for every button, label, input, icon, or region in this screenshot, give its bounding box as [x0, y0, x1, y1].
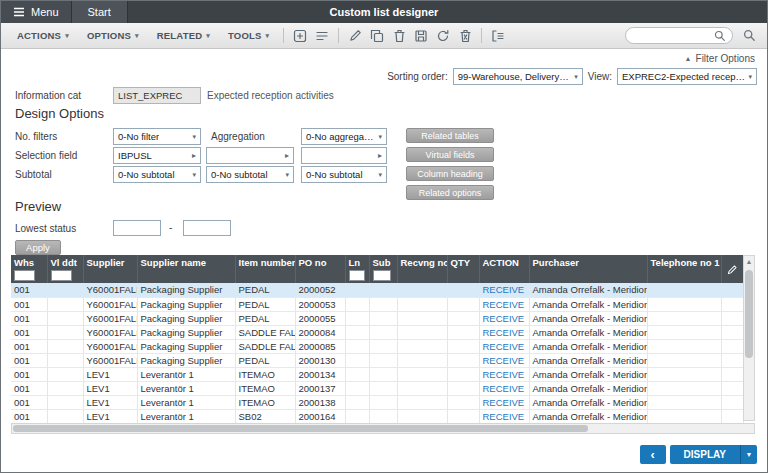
subtotal-select-1[interactable]: 0-No subtotal ▾: [113, 166, 201, 183]
receive-action-link[interactable]: RECEIVE: [483, 355, 525, 366]
column-filter-whs[interactable]: [14, 270, 35, 281]
menu-button[interactable]: Menu: [1, 1, 72, 23]
table-row[interactable]: 001Y60001FALKPackaging SupplierPEDAL2000…: [11, 297, 743, 311]
delete-button[interactable]: [389, 26, 409, 46]
column-header-vl-ddt[interactable]: Vl ddt: [47, 255, 83, 283]
table-row[interactable]: 001Y60001FALKPackaging SupplierSADDLE FA…: [11, 339, 743, 353]
add-button[interactable]: [290, 26, 310, 46]
column-filter-sub[interactable]: [373, 270, 391, 281]
menu-actions[interactable]: ACTIONS▾: [9, 30, 77, 41]
table-row[interactable]: 001LEV1Leverantör 1SB022000164RECEIVEAma…: [11, 409, 743, 423]
table-row[interactable]: 001Y60001FALKPackaging SupplierSADDLE FA…: [11, 325, 743, 339]
cell-qty: [447, 325, 479, 339]
copy-button[interactable]: [367, 26, 387, 46]
column-header-sub[interactable]: Sub: [369, 255, 397, 283]
menu-tools[interactable]: TOOLS▾: [220, 30, 277, 41]
browse-arrow-icon[interactable]: ▸: [378, 151, 382, 160]
display-dropdown-button[interactable]: ▼: [740, 445, 757, 464]
column-header-telephone-no-1[interactable]: Telephone no 1: [647, 255, 721, 283]
receive-action-link[interactable]: RECEIVE: [483, 341, 525, 352]
virtual-fields-button[interactable]: Virtual fields: [406, 147, 494, 162]
related-options-button[interactable]: Related options: [406, 185, 494, 200]
select-rows-button[interactable]: [312, 26, 332, 46]
column-filter-ln[interactable]: [349, 270, 365, 281]
receive-action-link[interactable]: RECEIVE: [483, 397, 525, 408]
table-row[interactable]: 001Y60001FALKPackaging SupplierPEDAL2000…: [11, 353, 743, 367]
subtotal-select-2[interactable]: 0-No subtotal ▾: [206, 166, 294, 183]
lowest-status-to-input[interactable]: [183, 220, 231, 236]
browse-arrow-icon[interactable]: ▸: [192, 151, 196, 160]
receive-action-link[interactable]: RECEIVE: [483, 327, 525, 338]
table-row[interactable]: 001Y60001FALKPackaging SupplierPEDAL2000…: [11, 283, 743, 297]
subtotal-select-3[interactable]: 0-No subtotal ▾: [301, 166, 387, 183]
horizontal-scrollbar[interactable]: [11, 423, 755, 434]
cell-supplier_name: Leverantör 1: [137, 395, 235, 409]
related-tables-button[interactable]: Related tables: [406, 128, 494, 143]
view-select[interactable]: EXPREC2-Expected recept action ▾: [617, 68, 757, 85]
table-row[interactable]: 001LEV1Leverantör 1ITEMAO2000138RECEIVEA…: [11, 395, 743, 409]
column-header-ln[interactable]: Ln: [345, 255, 369, 283]
column-header-recvng-no[interactable]: Recvng no: [397, 255, 447, 283]
edit-column-header[interactable]: [721, 255, 743, 283]
receive-action-link[interactable]: RECEIVE: [483, 284, 525, 295]
vertical-scroll-thumb[interactable]: [745, 270, 753, 358]
cell-edit: [721, 353, 743, 367]
advanced-search-button[interactable]: [739, 26, 759, 46]
selection-field-2[interactable]: ▸: [206, 147, 294, 164]
cell-vl_ddt: [47, 297, 83, 311]
receive-action-link[interactable]: RECEIVE: [483, 369, 525, 380]
column-header-whs[interactable]: Whs: [11, 255, 47, 283]
column-header-supplier-name[interactable]: Supplier name: [137, 255, 235, 283]
search-input[interactable]: [632, 30, 710, 41]
selection-field-3[interactable]: ▸: [301, 147, 387, 164]
column-header-qty[interactable]: QTY: [447, 255, 479, 283]
menu-related[interactable]: RELATED▾: [149, 30, 218, 41]
horizontal-scroll-thumb[interactable]: [13, 425, 588, 432]
table-row[interactable]: 001LEV1Leverantör 1ITEMAO2000134RECEIVEA…: [11, 367, 743, 381]
back-button[interactable]: ‹: [640, 445, 666, 464]
cell-whs: 001: [11, 297, 47, 311]
clear-button[interactable]: [455, 26, 475, 46]
aggregation-select[interactable]: 0-No aggregation ▾: [301, 128, 387, 145]
display-split-button[interactable]: DISPLAY ▼: [670, 445, 757, 464]
refresh-icon: [436, 29, 450, 43]
cell-purchaser: Amanda Orrefalk - Meridion: [529, 339, 647, 353]
column-header-purchaser[interactable]: Purchaser: [529, 255, 647, 283]
cell-po_no: 2000130: [295, 353, 345, 367]
cell-supplier_name: Packaging Supplier: [137, 339, 235, 353]
table-row[interactable]: 001LEV1Leverantör 1ITEMAO2000137RECEIVEA…: [11, 381, 743, 395]
browse-arrow-icon[interactable]: ▸: [285, 151, 289, 160]
tab-start[interactable]: Start: [72, 1, 128, 23]
cell-po_no: 2000084: [295, 325, 345, 339]
apply-button[interactable]: Apply: [15, 240, 61, 255]
scroll-up-icon[interactable]: ▲: [744, 256, 754, 268]
vertical-scrollbar[interactable]: ▲: [743, 255, 755, 421]
column-header-po-no[interactable]: PO no: [295, 255, 345, 283]
selection-field-1[interactable]: IBPUSL ▸: [113, 147, 201, 164]
receive-action-link[interactable]: RECEIVE: [483, 411, 525, 422]
receive-action-link[interactable]: RECEIVE: [483, 299, 525, 310]
sorting-order-select[interactable]: 99-Warehouse, Delivery date ▾: [453, 68, 583, 85]
filter-options-toggle[interactable]: ▲ Filter Options: [685, 53, 755, 64]
column-heading-button[interactable]: Column heading: [406, 166, 494, 181]
edit-button[interactable]: [345, 26, 365, 46]
detail-panel-button[interactable]: [488, 26, 508, 46]
cell-ln: [345, 339, 369, 353]
chevron-down-icon: ▼: [746, 451, 753, 458]
column-header-item-number[interactable]: Item number: [235, 255, 295, 283]
receive-action-link[interactable]: RECEIVE: [483, 313, 525, 324]
lowest-status-from-input[interactable]: [113, 220, 161, 236]
no-filters-select[interactable]: 0-No filter ▾: [113, 128, 201, 145]
receive-action-link[interactable]: RECEIVE: [483, 383, 525, 394]
refresh-button[interactable]: [433, 26, 453, 46]
save-button[interactable]: [411, 26, 431, 46]
menu-options[interactable]: OPTIONS▾: [79, 30, 147, 41]
table-row[interactable]: 001Y60001FALKPackaging SupplierPEDAL2000…: [11, 311, 743, 325]
column-header-supplier[interactable]: Supplier: [83, 255, 137, 283]
cell-item_number: PEDAL: [235, 353, 295, 367]
display-button-label[interactable]: DISPLAY: [670, 445, 740, 464]
cell-supplier_name: Leverantör 1: [137, 409, 235, 423]
cell-item_number: SADDLE FALK: [235, 339, 295, 353]
column-header-action[interactable]: ACTION: [479, 255, 529, 283]
column-filter-vl-ddt[interactable]: [51, 270, 72, 281]
